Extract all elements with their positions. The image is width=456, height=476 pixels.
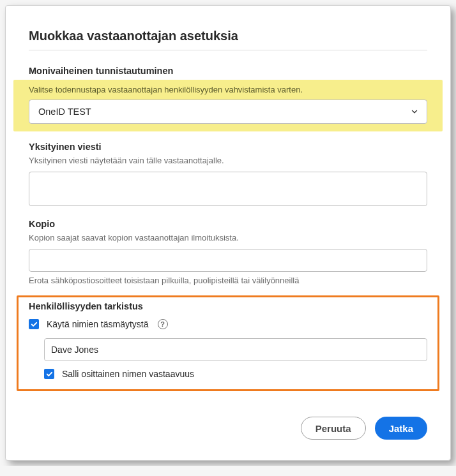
allow-partial-row: Salli osittainen nimen vastaavuus [44, 369, 427, 379]
chevron-down-icon [410, 107, 419, 116]
name-input-wrap [44, 338, 427, 361]
allow-partial-label: Salli osittainen nimen vastaavuus [62, 369, 194, 379]
mfa-highlight: Valitse todennustapa vastaanottajan henk… [13, 80, 443, 131]
dialog-footer: Peruuta Jatka [29, 417, 427, 440]
use-name-match-label: Käytä nimien täsmäytystä [47, 319, 149, 329]
mfa-help-text: Valitse todennustapa vastaanottajan henk… [29, 85, 427, 94]
name-match-input[interactable] [44, 338, 427, 361]
mfa-section: Monivaiheinen tunnistautuminen Valitse t… [29, 66, 427, 131]
mfa-label: Monivaiheinen tunnistautuminen [29, 66, 427, 76]
info-icon[interactable]: ? [158, 319, 168, 329]
private-message-input[interactable] [29, 172, 427, 206]
copy-section: Kopio Kopion saajat saavat kopion vastaa… [29, 219, 427, 285]
identity-check-section: Henkilöllisyyden tarkistus Käytä nimien … [17, 295, 439, 391]
private-message-label: Yksityinen viesti [29, 142, 427, 152]
use-name-match-checkbox[interactable] [29, 319, 39, 329]
edit-recipient-settings-dialog: Muokkaa vastaanottajan asetuksia Monivai… [5, 5, 451, 461]
auth-method-selected: OneID TEST [38, 107, 91, 117]
copy-email-input[interactable] [29, 249, 427, 272]
checkmark-icon [31, 321, 38, 328]
dialog-title: Muokkaa vastaanottajan asetuksia [29, 29, 427, 43]
copy-label: Kopio [29, 219, 427, 229]
checkmark-icon [46, 371, 53, 378]
copy-help: Kopion saajat saavat kopion vastaanottaj… [29, 233, 427, 242]
auth-method-select[interactable]: OneID TEST [29, 100, 427, 124]
identity-check-label: Henkilöllisyyden tarkistus [29, 301, 427, 311]
continue-button[interactable]: Jatka [375, 417, 427, 440]
use-name-match-row: Käytä nimien täsmäytystä ? [29, 319, 427, 329]
divider [29, 50, 427, 50]
private-message-help: Yksityinen viesti näytetään vain tälle v… [29, 156, 427, 165]
copy-hint: Erota sähköpostiosoitteet toisistaan pil… [29, 276, 427, 285]
allow-partial-checkbox[interactable] [44, 369, 54, 379]
cancel-button[interactable]: Peruuta [301, 417, 366, 440]
private-message-section: Yksityinen viesti Yksityinen viesti näyt… [29, 142, 427, 209]
